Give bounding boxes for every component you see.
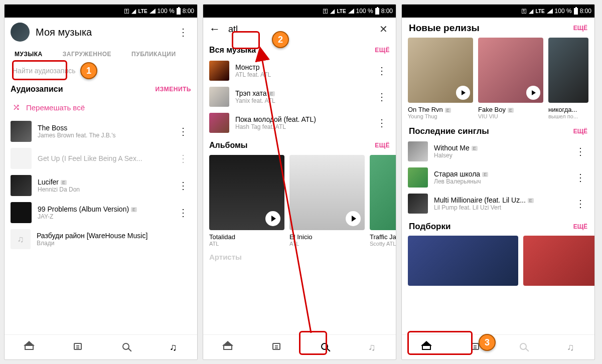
album-art — [209, 113, 229, 133]
track-artist: James Brown feat. The J.B.'s — [38, 132, 169, 139]
track-more-icon[interactable]: ⋮ — [374, 117, 390, 129]
play-icon[interactable] — [265, 211, 280, 226]
track-artist: Hash Tag feat. ATL — [235, 123, 368, 130]
search-placeholder[interactable]: Найти аудиозапись — [5, 62, 197, 80]
nav-search-icon[interactable] — [515, 339, 532, 355]
tab-music[interactable]: МУЗЫКА — [10, 47, 48, 62]
avatar[interactable] — [11, 23, 30, 42]
album-art — [11, 175, 32, 196]
nav-search-icon[interactable] — [316, 339, 333, 355]
tab-publications[interactable]: ПУБЛИКАЦИИ — [126, 47, 181, 62]
nav-list-icon[interactable] — [267, 339, 285, 355]
nav-music-icon[interactable]: ♫ — [165, 338, 182, 356]
release-cover — [478, 38, 543, 103]
release-title: Fake BoyE — [478, 106, 543, 113]
album-art — [408, 167, 428, 188]
track-more-icon[interactable]: ⋮ — [374, 65, 390, 77]
track-row[interactable]: Пока молодой (feat. ATL) Hash Tag feat. … — [203, 110, 396, 136]
nav-home-icon[interactable] — [417, 339, 436, 355]
play-icon[interactable] — [526, 86, 540, 100]
release-title: никогда... — [548, 106, 588, 113]
search-input[interactable] — [228, 24, 369, 35]
status-bar: ⚿ ◢ LTE 100 % 8:00 — [203, 5, 396, 18]
more-button[interactable]: ЕЩЁ — [573, 25, 587, 32]
track-row[interactable]: Старая школаE Лев Валерьяныч ⋮ — [402, 164, 594, 191]
section-albums-header: Альбомы ЕЩЁ — [203, 136, 396, 153]
battery-icon — [375, 8, 379, 15]
track-more-icon[interactable]: ⋮ — [374, 91, 390, 103]
more-button[interactable]: ЕЩЁ — [573, 223, 587, 230]
track-row[interactable]: ♫ Разбуди район [WareHouse Music] Влади — [5, 226, 197, 252]
battery-icon — [574, 8, 578, 15]
track-more-icon[interactable]: ⋮ — [572, 198, 588, 210]
edit-button[interactable]: ИЗМЕНИТЬ — [156, 86, 191, 93]
section-audio-title: Аудиозаписи — [11, 85, 63, 94]
releases-row[interactable]: On The RvnE Young Thug Fake BoyE VIU VIU… — [402, 36, 594, 121]
release-card[interactable]: никогда... вышел по... — [548, 38, 588, 119]
more-button[interactable]: ЕЩЁ — [375, 142, 390, 149]
wifi-icon: ◢ — [330, 8, 335, 15]
nav-list-icon[interactable] — [69, 339, 87, 355]
more-menu-icon[interactable]: ⋮ — [175, 26, 191, 38]
picks-row[interactable] — [402, 234, 594, 288]
track-row[interactable]: The Boss James Brown feat. The J.B.'s ⋮ — [5, 118, 197, 145]
release-card[interactable]: On The RvnE Young Thug — [408, 38, 473, 119]
page-title: Моя музыка — [36, 27, 169, 38]
back-icon[interactable]: ← — [209, 23, 220, 36]
track-row[interactable]: Get Up (I Feel Like Being A Sex... ⋮ — [5, 145, 197, 172]
nav-music-icon[interactable]: ♫ — [562, 338, 579, 356]
track-title: Монстр — [235, 63, 368, 71]
play-icon[interactable] — [456, 86, 470, 100]
track-title: The Boss — [38, 124, 169, 132]
pick-card[interactable] — [523, 236, 594, 286]
album-title: El Inicio — [289, 233, 365, 241]
track-more-icon[interactable]: ⋮ — [175, 179, 191, 192]
more-button[interactable]: ЕЩЁ — [573, 128, 587, 135]
pick-card[interactable] — [408, 236, 518, 286]
album-cover — [289, 155, 365, 230]
nav-music-icon[interactable]: ♫ — [363, 338, 381, 356]
track-row[interactable]: Трэп хатаE Yanix feat. ATL ⋮ — [203, 84, 396, 110]
vpn-key-icon: ⚿ — [323, 8, 328, 14]
play-icon[interactable] — [346, 211, 361, 226]
album-card[interactable]: Totalidad ATL — [209, 155, 284, 247]
track-list[interactable]: The Boss James Brown feat. The J.B.'s ⋮ … — [5, 118, 197, 334]
album-artist: ATL — [289, 241, 365, 247]
lte-label: LTE — [337, 9, 346, 14]
track-more-icon[interactable]: ⋮ — [572, 171, 588, 184]
signal-icon — [348, 9, 354, 14]
album-cover — [370, 155, 396, 230]
album-card[interactable]: Traffic Ja... Scotty ATL — [370, 155, 396, 247]
track-more-icon[interactable]: ⋮ — [175, 125, 191, 137]
track-more-icon[interactable]: ⋮ — [175, 152, 191, 164]
release-card[interactable]: Fake BoyE VIU VIU — [478, 38, 543, 119]
track-artist: Hennizi Da Don — [38, 186, 169, 193]
clear-icon[interactable]: ✕ — [377, 23, 390, 35]
album-card[interactable]: El Inicio ATL — [289, 155, 365, 247]
track-row[interactable]: Without MeE Halsey ⋮ — [402, 138, 594, 164]
nav-home-icon[interactable] — [218, 339, 237, 355]
more-button[interactable]: ЕЩЁ — [375, 47, 390, 54]
track-more-icon[interactable]: ⋮ — [175, 207, 191, 219]
lte-label: LTE — [138, 9, 147, 14]
bottom-nav: ♫ — [402, 334, 594, 359]
shuffle-label: Перемешать всё — [26, 103, 85, 112]
shuffle-all-button[interactable]: ⤮ Перемешать всё — [5, 97, 197, 118]
track-row[interactable]: Монстр ATL feat. ATL ⋮ — [203, 58, 396, 84]
wifi-icon: ◢ — [131, 8, 136, 15]
nav-search-icon[interactable] — [117, 339, 134, 355]
phone-screen-3: ⚿ ◢ LTE 100 % 8:00 Новые релизы ЕЩЁ On T… — [401, 4, 595, 360]
albums-row[interactable]: Totalidad ATL El Inicio ATL Traffic Ja..… — [203, 153, 396, 249]
track-row[interactable]: Multi Millionaire (feat. Lil Uz...E Lil … — [402, 191, 594, 217]
track-more-icon[interactable]: ⋮ — [572, 145, 588, 157]
release-artist: VIU VIU — [478, 113, 543, 119]
vpn-key-icon: ⚿ — [521, 8, 527, 14]
release-cover — [408, 38, 473, 103]
annotation-badge-3: 3 — [479, 334, 496, 351]
tab-downloaded[interactable]: ЗАГРУЖЕННОЕ — [58, 47, 116, 62]
track-artist: ATL feat. ATL — [235, 71, 368, 78]
status-bar: ⚿ ◢ LTE 100 % 8:00 — [402, 5, 594, 18]
track-row[interactable]: 99 Problems (Album Version)E JAY-Z ⋮ — [5, 199, 197, 226]
track-row[interactable]: LuciferE Hennizi Da Don ⋮ — [5, 172, 197, 199]
nav-home-icon[interactable] — [20, 339, 39, 355]
